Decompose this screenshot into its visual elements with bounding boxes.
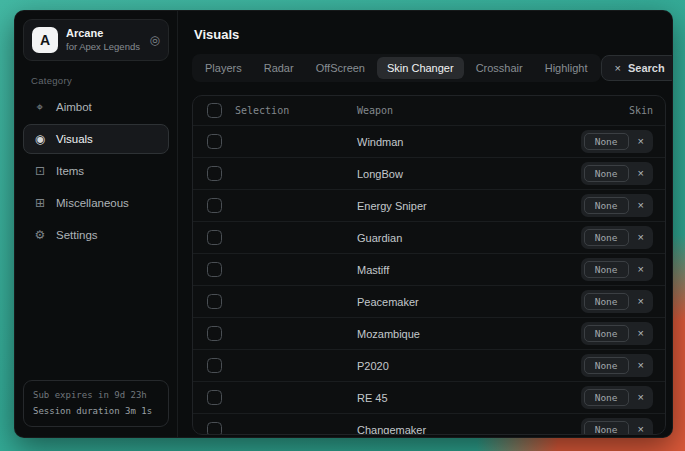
column-header-skin: Skin [629,105,653,116]
select-all-checkbox[interactable] [207,103,222,118]
table-row: Windman None × [193,126,665,158]
table-body: Windman None × LongBow None × [193,126,665,435]
sidebar-item[interactable]: ⌖ Aimbot [23,92,169,122]
tab[interactable]: Players [195,57,252,79]
table-row: RE 45 None × [193,382,665,414]
clear-skin-icon[interactable]: × [638,136,644,147]
crosshair-icon: ⌖ [33,100,47,114]
skin-value[interactable]: None [584,421,629,435]
search-button-label: Search [628,62,665,74]
table-header-row: Selection Weapon Skin [193,96,665,126]
sidebar-item[interactable]: ⊞ Miscellaneous [23,188,169,218]
tab[interactable]: Radar [254,57,304,79]
skin-select[interactable]: None × [581,194,653,217]
row-checkbox[interactable] [207,294,222,309]
session-duration-text: Session duration 3m 1s [33,404,159,419]
weapon-name: Peacemaker [357,296,569,308]
sidebar-item-label: Visuals [56,133,93,145]
row-checkbox[interactable] [207,390,222,405]
row-checkbox[interactable] [207,230,222,245]
search-button[interactable]: × Search [601,55,673,81]
weapon-name: LongBow [357,168,569,180]
skin-select[interactable]: None × [581,418,653,435]
skin-value[interactable]: None [584,133,629,150]
table-row: Energy Sniper None × [193,190,665,222]
skin-value[interactable]: None [584,165,629,182]
skin-value[interactable]: None [584,389,629,406]
tab-bar: PlayersRadarOffScreenSkin ChangerCrossha… [192,54,666,82]
skin-changer-table: Selection Weapon Skin Windman None × [192,95,666,435]
skin-value[interactable]: None [584,293,629,310]
skin-value[interactable]: None [584,325,629,342]
row-checkbox[interactable] [207,262,222,277]
clear-skin-icon[interactable]: × [638,168,644,179]
cube-icon: ⊡ [33,164,47,178]
clear-skin-icon[interactable]: × [638,200,644,211]
clear-skin-icon[interactable]: × [638,232,644,243]
app-name: Arcane [66,27,142,41]
row-checkbox[interactable] [207,166,222,181]
sidebar-item-label: Miscellaneous [56,197,129,209]
table-row: Mozambique None × [193,318,665,350]
weapon-name: Energy Sniper [357,200,569,212]
clear-skin-icon[interactable]: × [638,328,644,339]
clear-skin-icon[interactable]: × [638,264,644,275]
main-panel: Visuals PlayersRadarOffScreenSkin Change… [178,11,672,437]
table-row: Changemaker None × [193,414,665,435]
sidebar-item[interactable]: ⊡ Items [23,156,169,186]
skin-select[interactable]: None × [581,322,653,345]
row-checkbox[interactable] [207,358,222,373]
clear-skin-icon[interactable]: × [638,424,644,435]
grid-icon: ⊞ [33,196,47,210]
sidebar-item[interactable]: ⚙ Settings [23,220,169,250]
weapon-name: Changemaker [357,424,569,436]
table-row: P2020 None × [193,350,665,382]
sub-expiry-text: Sub expires in 9d 23h [33,388,159,403]
clear-skin-icon[interactable]: × [638,360,644,371]
row-checkbox[interactable] [207,422,222,435]
weapon-name: Mastiff [357,264,569,276]
category-label: Category [31,75,169,86]
skin-select[interactable]: None × [581,162,653,185]
close-search-icon: × [615,62,621,74]
tab[interactable]: Skin Changer [377,57,464,79]
column-header-selection: Selection [235,105,345,116]
clear-skin-icon[interactable]: × [638,296,644,307]
sidebar-nav: ⌖ Aimbot ◉ Visuals ⊡ Items ⊞ Miscellaneo… [23,92,169,250]
skin-value[interactable]: None [584,261,629,278]
target-icon[interactable]: ◎ [150,33,160,47]
weapon-name: Guardian [357,232,569,244]
weapon-name: P2020 [357,360,569,372]
weapon-name: RE 45 [357,392,569,404]
sidebar-item-label: Aimbot [56,101,92,113]
row-checkbox[interactable] [207,326,222,341]
skin-select[interactable]: None × [581,258,653,281]
column-header-weapon: Weapon [357,105,617,116]
skin-select[interactable]: None × [581,354,653,377]
skin-select[interactable]: None × [581,130,653,153]
gear-icon: ⚙ [33,228,47,242]
tab[interactable]: OffScreen [306,57,375,79]
skin-value[interactable]: None [584,357,629,374]
app-subtitle: for Apex Legends [66,41,142,53]
skin-select[interactable]: None × [581,226,653,249]
tab[interactable]: Crosshair [466,57,533,79]
skin-select[interactable]: None × [581,290,653,313]
clear-skin-icon[interactable]: × [638,392,644,403]
row-checkbox[interactable] [207,134,222,149]
table-row: LongBow None × [193,158,665,190]
tabs-group: PlayersRadarOffScreenSkin ChangerCrossha… [192,54,601,82]
sidebar-item-label: Items [56,165,84,177]
table-row: Peacemaker None × [193,286,665,318]
weapon-name: Mozambique [357,328,569,340]
skin-value[interactable]: None [584,197,629,214]
brand-card: A Arcane for Apex Legends ◎ [23,19,169,61]
sidebar-item[interactable]: ◉ Visuals [23,124,169,154]
tab[interactable]: Highlight [535,57,598,79]
skin-value[interactable]: None [584,229,629,246]
table-row: Guardian None × [193,222,665,254]
page-title: Visuals [194,27,666,42]
row-checkbox[interactable] [207,198,222,213]
skin-select[interactable]: None × [581,386,653,409]
eye-icon: ◉ [33,132,47,146]
